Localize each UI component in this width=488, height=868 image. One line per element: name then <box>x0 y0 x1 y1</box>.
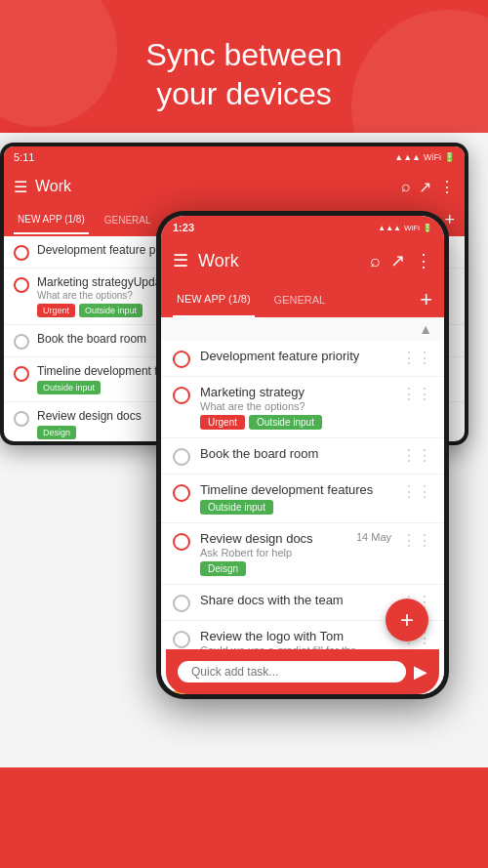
tablet-status-bar: 5:11 ▲▲▲ WiFi 🔋 <box>4 146 465 168</box>
phone-task-2-content: Marketing strategy What are the options?… <box>200 385 391 430</box>
phone-task-5-title: Review design docs <box>200 531 313 546</box>
phone-task-2-badges: Urgent Outside input <box>200 415 391 430</box>
phone-wifi-icon: WiFi <box>404 224 420 232</box>
tablet-share-icon[interactable]: ↗ <box>419 178 431 196</box>
phone-task-5-badges: Deisgn <box>200 561 313 576</box>
tablet-task-3-checkbox[interactable] <box>14 334 29 350</box>
hero-section: Sync between your devices <box>0 0 488 133</box>
phone-tabs: NEW APP (1/8) GENERAL + <box>161 282 444 317</box>
tablet-signal-icon: ▲▲▲ <box>394 152 421 162</box>
phone-battery-icon: 🔋 <box>423 224 432 232</box>
tablet-wifi-icon: WiFi <box>424 152 441 162</box>
phone-status-icons: ▲▲▲ WiFi 🔋 <box>378 224 432 232</box>
phone-section-collapse-top: ▲ <box>161 317 444 341</box>
tablet-task-1-checkbox[interactable] <box>14 245 29 261</box>
phone-screen: 1:23 ▲▲▲ WiFi 🔋 ☰ Work ⌕ ↗ ⋮ NEW APP (1/… <box>161 216 444 694</box>
phone-task-2-checkbox[interactable] <box>173 387 190 404</box>
list-item: Review design docs Ask Robert for help D… <box>161 523 444 585</box>
list-item: Development feature priority ⋮⋮ <box>161 341 444 377</box>
phone-task-1-content: Development feature priority <box>200 349 391 363</box>
phone-task-5-content: Review design docs Ask Robert for help D… <box>200 531 391 576</box>
phone-share-icon[interactable]: ↗ <box>390 250 405 271</box>
tablet-search-icon[interactable]: ⌕ <box>401 178 411 195</box>
phone-task-6-content: Share docs with the team <box>200 593 391 607</box>
list-item: Timeline development features Outside in… <box>161 475 444 523</box>
tablet-task-4-checkbox[interactable] <box>14 366 29 382</box>
phone-task-3-title: Book the board room <box>200 446 391 461</box>
tablet-badge-outside-2: Outside input <box>37 381 101 394</box>
phone-task-1-drag: ⋮⋮ <box>401 349 432 367</box>
tablet-app-title: Work <box>35 178 393 195</box>
phone-task-4-badges: Outside input <box>200 500 391 515</box>
tablet-status-icons: ▲▲▲ WiFi 🔋 <box>394 152 455 162</box>
tablet-menu-icon[interactable]: ☰ <box>14 178 27 196</box>
list-item: Marketing strategy What are the options?… <box>161 377 444 438</box>
phone-task-3-content: Book the board room <box>200 446 391 461</box>
tablet-tab-general[interactable]: GENERAL <box>101 205 155 234</box>
phone-tab-newapp[interactable]: NEW APP (1/8) <box>173 282 255 317</box>
phone-task-5-drag: ⋮⋮ <box>401 531 432 550</box>
tablet-task-5-checkbox[interactable] <box>14 411 29 427</box>
tablet-badge-urgent: Urgent <box>37 304 75 317</box>
phone-task-5-subtitle: Ask Robert for help <box>200 547 313 558</box>
list-item: Book the board room ⋮⋮ <box>161 438 444 475</box>
phone-task-3-drag: ⋮⋮ <box>401 446 432 465</box>
phone-toolbar: ☰ Work ⌕ ↗ ⋮ <box>161 239 444 282</box>
phone-add-tab-button[interactable]: + <box>420 289 432 310</box>
phone-time: 1:23 <box>173 222 194 233</box>
phone-task-4-drag: ⋮⋮ <box>401 482 432 501</box>
phone-task-1-title: Development feature priority <box>200 349 391 363</box>
phone-task-7-checkbox[interactable] <box>173 631 190 648</box>
phone-search-icon[interactable]: ⌕ <box>370 251 381 271</box>
phone-frame: 1:23 ▲▲▲ WiFi 🔋 ☰ Work ⌕ ↗ ⋮ NEW APP (1/… <box>156 211 449 699</box>
tablet-badge-outside: Outside input <box>79 304 142 317</box>
phone-task-5-checkbox[interactable] <box>173 533 190 551</box>
phone-quick-add-input[interactable] <box>178 661 406 682</box>
phone-app-title: Work <box>198 251 360 271</box>
tablet-time: 5:11 <box>14 151 34 163</box>
phone-task-2-title: Marketing strategy <box>200 385 391 399</box>
tablet-toolbar: ☰ Work ⌕ ↗ ⋮ <box>4 168 465 205</box>
phone-task-7-title: Review the logo with Tom <box>200 629 391 643</box>
phone-task-1-checkbox[interactable] <box>173 351 190 368</box>
phone-task-4-checkbox[interactable] <box>173 484 190 502</box>
device-area: 5:11 ▲▲▲ WiFi 🔋 ☰ Work ⌕ ↗ ⋮ NEW APP (1/… <box>0 133 488 767</box>
phone-tab-general[interactable]: GENERAL <box>270 282 330 317</box>
phone-task-4-title: Timeline development features <box>200 482 391 497</box>
phone-task-5-date: 14 May <box>356 531 391 543</box>
tablet-badge-design: Design <box>37 426 76 439</box>
tablet-battery-icon: 🔋 <box>444 152 455 162</box>
phone-task-6-title: Share docs with the team <box>200 593 391 607</box>
phone-quick-add-bar: ▶ <box>166 649 439 694</box>
phone-collapse-arrow-top[interactable]: ▲ <box>419 321 432 337</box>
phone-fab-button[interactable]: + <box>386 599 428 641</box>
phone-badge-design: Deisgn <box>200 561 246 576</box>
phone-badge-outside-2: Outside input <box>200 500 273 515</box>
phone-task-4-content: Timeline development features Outside in… <box>200 482 391 515</box>
phone-badge-outside: Outside input <box>249 415 322 430</box>
phone-more-icon[interactable]: ⋮ <box>415 250 432 271</box>
hero-title: Sync between your devices <box>20 35 468 113</box>
phone-task-6-checkbox[interactable] <box>173 595 190 612</box>
tablet-tab-newapp[interactable]: NEW APP (1/8) <box>14 205 89 234</box>
phone-signal-icon: ▲▲▲ <box>378 224 401 232</box>
phone-menu-icon[interactable]: ☰ <box>173 250 188 271</box>
tablet-more-icon[interactable]: ⋮ <box>439 178 455 196</box>
phone-send-icon[interactable]: ▶ <box>414 661 427 682</box>
phone-status-bar: 1:23 ▲▲▲ WiFi 🔋 <box>161 216 444 239</box>
phone-task-2-subtitle: What are the options? <box>200 400 391 412</box>
phone-task-3-checkbox[interactable] <box>173 448 190 466</box>
phone-task-2-drag: ⋮⋮ <box>401 385 432 403</box>
phone-badge-urgent: Urgent <box>200 415 245 430</box>
tablet-task-2-checkbox[interactable] <box>14 277 29 293</box>
